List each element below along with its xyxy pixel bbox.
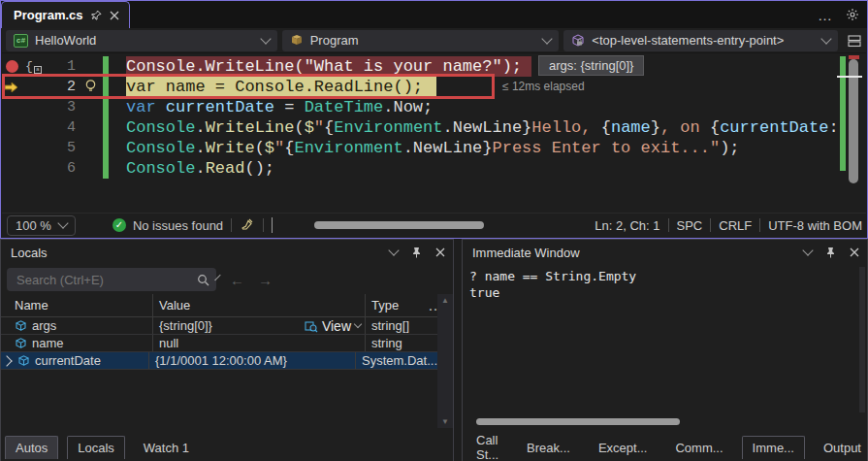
locals-vertical-scrollbar[interactable]: ▲ ▼: [437, 294, 453, 428]
caret-position[interactable]: Ln: 2, Ch: 1: [595, 218, 659, 233]
locals-title: Locals: [1, 240, 453, 265]
column-value[interactable]: Value: [153, 294, 366, 316]
pin-icon[interactable]: [91, 10, 102, 20]
line-number: 2: [48, 77, 76, 97]
split-window-icon[interactable]: [847, 34, 862, 48]
perftip[interactable]: ≤ 12ms elapsed: [502, 80, 585, 93]
breadcrumb-member-dropdown[interactable]: <top-level-statements-entry-point>: [563, 30, 838, 51]
variable-icon: [15, 337, 27, 349]
breadcrumb-type-dropdown[interactable]: Program: [282, 30, 560, 51]
spaces-indicator[interactable]: SPC: [677, 218, 703, 233]
locals-panel: Locals ← → …: [0, 239, 454, 461]
editor-group: Program.cs … c# HelloWorld: [0, 0, 868, 239]
search-input[interactable]: [15, 272, 189, 288]
tab-title: Program.cs: [14, 8, 83, 22]
immediate-tab-strip: Call St... Break... Except... Comm... Im…: [466, 435, 868, 459]
code-cleanup-broom-icon[interactable]: [240, 217, 255, 233]
table-row-currentdate[interactable]: currentDate {1/1/0001 12:00:00 AM} Syste…: [1, 352, 437, 370]
issues-check-icon: ✓: [113, 218, 126, 232]
scroll-up-icon[interactable]: ▲: [441, 296, 449, 305]
pin-icon[interactable]: [411, 247, 422, 258]
document-tab-strip: Program.cs …: [1, 1, 867, 28]
scrollbar-caret-mark: [837, 76, 862, 78]
breakpoint-icon[interactable]: [6, 60, 18, 73]
immediate-horizontal-scrollbar[interactable]: [476, 418, 680, 425]
search-options-chevron-icon[interactable]: [214, 275, 220, 280]
line-number: 3: [48, 97, 76, 117]
line-number: 6: [48, 158, 76, 179]
close-icon[interactable]: [435, 247, 445, 257]
immediate-result-line[interactable]: true: [469, 285, 499, 300]
table-row-args[interactable]: args {string[0]} View string[]: [1, 317, 437, 335]
tab-watch-1[interactable]: Watch 1: [134, 436, 199, 459]
tab-breakpoints[interactable]: Break...: [517, 436, 580, 459]
chevron-down-icon: [57, 217, 68, 228]
encoding-indicator[interactable]: UTF-8 with BOM: [768, 218, 862, 233]
editor-horizontal-scrollbar[interactable]: [314, 221, 484, 229]
close-icon[interactable]: [850, 247, 859, 257]
issues-label[interactable]: No issues found: [133, 218, 223, 233]
close-icon[interactable]: [110, 11, 119, 20]
chevron-down-icon: [260, 33, 271, 44]
breadcrumb-project-dropdown[interactable]: c# HelloWorld: [6, 30, 277, 51]
pin-icon[interactable]: [825, 247, 836, 258]
immediate-vertical-scrollbar[interactable]: [859, 267, 865, 412]
table-row-name[interactable]: name null string: [1, 335, 437, 352]
tab-overflow-button[interactable]: …: [818, 7, 832, 23]
window-position-chevron-icon[interactable]: [802, 245, 813, 255]
line-ending-indicator[interactable]: CRLF: [719, 218, 752, 233]
change-tracking-bar: [103, 56, 109, 179]
back-arrow-icon[interactable]: ←: [230, 272, 244, 288]
line-number: 1: [48, 56, 76, 77]
tab-immediate[interactable]: Imme...: [742, 436, 805, 459]
tab-command[interactable]: Comm...: [665, 436, 732, 459]
line-number: 4: [48, 117, 76, 138]
editor-vertical-scrollbar[interactable]: [849, 59, 858, 183]
vs-window: Program.cs … c# HelloWorld: [0, 0, 868, 461]
locals-table-header: Name Value Type: [1, 294, 437, 317]
lightbulb-icon[interactable]: [83, 79, 98, 94]
collapse-margin-chevron-icon[interactable]: [272, 218, 273, 233]
outline-region-icon[interactable]: {a: [25, 56, 42, 77]
chevron-down-icon: [820, 33, 831, 44]
immediate-panel: Immediate Window ? name == String.Empty …: [462, 239, 868, 461]
line-number: 5: [48, 138, 76, 158]
zoom-dropdown[interactable]: 100 %: [7, 215, 76, 236]
column-type[interactable]: Type: [366, 294, 437, 316]
csharp-project-icon: c#: [14, 34, 28, 48]
tab-exceptions[interactable]: Except...: [589, 436, 658, 459]
tab-autos[interactable]: Autos: [5, 436, 58, 459]
chevron-down-icon: [542, 33, 553, 44]
breadcrumb: c# HelloWorld Program <top-level-stateme…: [2, 28, 866, 53]
view-button[interactable]: View: [305, 318, 361, 334]
bottom-panels: Locals ← → …: [0, 239, 868, 461]
scrollbar-breakpoint-mark: [849, 55, 859, 59]
code-lines[interactable]: Console.WriteLine("What is your name?");…: [126, 56, 839, 179]
tab-program-cs[interactable]: Program.cs: [1, 1, 130, 28]
tab-output[interactable]: Output: [814, 436, 868, 459]
datatip-args[interactable]: args: {string[0]}: [538, 55, 644, 76]
search-icon: [197, 274, 209, 286]
scroll-down-icon[interactable]: ▼: [441, 417, 449, 426]
code-editor[interactable]: {a 1 2 3 4 5 6 Console.WriteLine("What i…: [2, 53, 866, 214]
locals-table: Name Value Type args {string[0]} V: [1, 294, 437, 370]
breadcrumb-member-label: <top-level-statements-entry-point>: [592, 33, 784, 48]
forward-arrow-icon[interactable]: →: [258, 272, 273, 288]
immediate-input-line[interactable]: ? name == String.Empty: [469, 269, 636, 283]
settings-gear-icon[interactable]: [846, 8, 859, 21]
cube-lock-icon: [571, 34, 585, 48]
expand-chevron-icon[interactable]: [1, 355, 12, 366]
editor-status-bar: 100 % ✓ No issues found Ln: 2, Ch: 1 SPC…: [2, 213, 866, 237]
breadcrumb-type-label: Program: [310, 33, 359, 48]
locals-tab-strip: Autos Locals Watch 1: [5, 435, 199, 459]
variable-icon: [17, 354, 30, 367]
column-name[interactable]: Name: [1, 294, 153, 316]
window-position-chevron-icon[interactable]: [388, 245, 399, 255]
class-icon: [290, 34, 304, 47]
search-box[interactable]: [7, 268, 216, 291]
current-statement-arrow-icon: [4, 81, 19, 94]
breadcrumb-project-label: HelloWorld: [35, 33, 96, 48]
variable-icon: [15, 319, 27, 332]
tab-call-stack[interactable]: Call St...: [466, 436, 508, 459]
tab-locals[interactable]: Locals: [67, 436, 125, 459]
